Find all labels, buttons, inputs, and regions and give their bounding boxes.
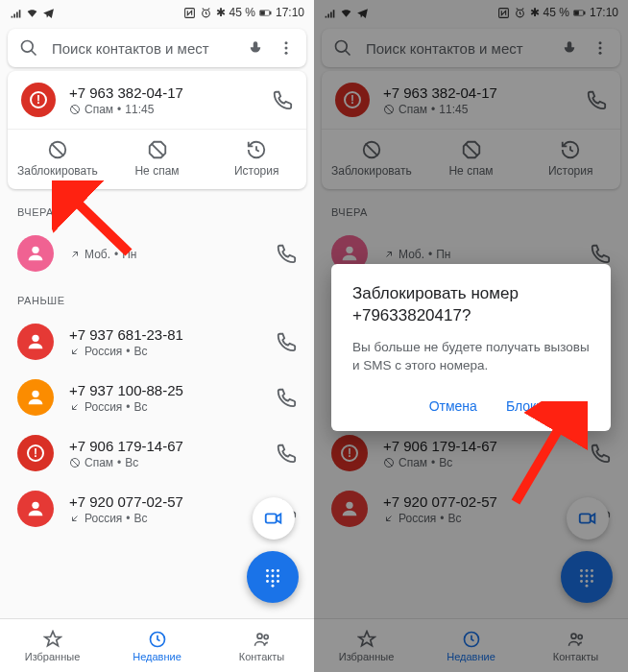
dialog-title: Заблокировать номер +79633820417?: [352, 283, 590, 327]
call-button-icon[interactable]: [276, 243, 297, 264]
cancel-button[interactable]: Отмена: [425, 393, 481, 420]
contact-avatar: [17, 379, 54, 416]
clock-icon: [148, 630, 167, 649]
section-yesterday: ВЧЕРА: [0, 193, 314, 226]
contact-avatar: [17, 491, 54, 527]
section-earlier: РАНЬШЕ: [0, 281, 314, 314]
right-screenshot: ✱ 45 % 17:10 Поиск контактов и мест ! +7…: [314, 0, 628, 672]
notspam-action[interactable]: Не спам: [108, 130, 207, 189]
call-number: +7 937 681-23-81: [69, 326, 260, 343]
block-button[interactable]: Блокировать: [502, 393, 590, 420]
search-icon: [19, 38, 38, 58]
svg-point-12: [32, 335, 38, 342]
star-icon: [43, 630, 62, 649]
status-bar: ✱ 45 % 17:10: [0, 0, 314, 25]
block-action[interactable]: Заблокировать: [8, 130, 108, 189]
nav-recent[interactable]: Недавние: [105, 619, 209, 672]
contact-avatar: [17, 235, 54, 272]
battery-pct: 45 %: [229, 6, 255, 19]
block-confirm-dialog: Заблокировать номер +79633820417? Вы бол…: [331, 264, 611, 431]
person-icon: [25, 243, 46, 264]
svg-point-19: [277, 569, 279, 572]
signal-icon: [10, 7, 22, 19]
list-item[interactable]: Моб.•Пн: [0, 226, 314, 281]
call-number: +7 906 179-14-67: [69, 438, 260, 454]
call-button-icon[interactable]: [276, 387, 297, 408]
call-button-icon[interactable]: [276, 443, 297, 464]
incoming-icon: [69, 513, 81, 524]
spam-avatar: !: [17, 435, 54, 471]
contact-avatar: [17, 324, 54, 360]
incoming-icon: [69, 346, 81, 357]
svg-rect-4: [260, 11, 264, 14]
video-icon: [263, 508, 284, 529]
status-time: 17:10: [276, 6, 304, 19]
dialog-body: Вы больше не будете получать вызовы и SM…: [352, 339, 590, 375]
person-icon: [25, 331, 46, 352]
alarm-icon: [200, 7, 212, 19]
history-icon: [246, 139, 267, 160]
svg-rect-3: [270, 12, 271, 14]
nav-favorites[interactable]: Избранные: [0, 619, 105, 672]
block-small-icon: [69, 104, 81, 115]
bottom-nav: Избранные Недавние Контакты: [0, 618, 314, 672]
svg-point-25: [277, 580, 279, 583]
more-icon[interactable]: [278, 39, 295, 57]
svg-point-11: [32, 247, 38, 253]
dialpad-fab[interactable]: [247, 551, 299, 603]
svg-rect-16: [266, 514, 277, 522]
svg-point-20: [266, 575, 269, 578]
call-button-icon[interactable]: [272, 89, 293, 110]
svg-point-28: [257, 634, 262, 638]
call-number: +7 920 077-02-57: [69, 493, 260, 510]
call-header[interactable]: ! +7 963 382-04-17 Спам•11:45: [8, 71, 306, 129]
svg-point-6: [285, 41, 288, 44]
video-fab[interactable]: [253, 497, 295, 540]
svg-point-17: [266, 569, 269, 572]
list-item[interactable]: ! +7 906 179-14-67 Спам•Вс: [0, 425, 314, 481]
list-item[interactable]: +7 937 681-23-81 Россия•Вс: [0, 314, 314, 370]
notspam-icon: [147, 139, 168, 160]
telegram-icon: [42, 7, 55, 19]
svg-point-7: [285, 47, 288, 50]
search-bar[interactable]: Поиск контактов и мест: [8, 29, 306, 67]
spam-avatar: !: [21, 83, 56, 117]
person-icon: [25, 387, 46, 408]
svg-point-15: [32, 502, 38, 509]
call-number: +7 963 382-04-17: [69, 84, 258, 101]
svg-point-5: [22, 41, 34, 53]
svg-point-8: [285, 52, 288, 55]
svg-point-24: [272, 580, 275, 583]
svg-point-22: [277, 575, 279, 578]
block-small-icon: [69, 457, 81, 468]
svg-point-21: [272, 575, 275, 578]
outgoing-icon: [69, 249, 81, 260]
history-action[interactable]: История: [206, 130, 306, 189]
call-number: +7 937 100-88-25: [69, 382, 260, 398]
expanded-call-card: ! +7 963 382-04-17 Спам•11:45 Заблокиров…: [8, 71, 306, 189]
person-icon: [25, 498, 46, 519]
battery-icon: [259, 7, 272, 19]
nav-contacts[interactable]: Контакты: [209, 619, 314, 672]
list-item[interactable]: +7 937 100-88-25 Россия•Вс: [0, 370, 314, 425]
nfc-icon: [183, 7, 196, 19]
incoming-icon: [69, 401, 81, 413]
svg-point-18: [272, 569, 275, 572]
call-button-icon[interactable]: [276, 331, 297, 352]
svg-point-13: [32, 391, 38, 397]
dialpad-icon: [262, 566, 283, 588]
svg-point-23: [266, 580, 269, 583]
svg-point-29: [264, 635, 268, 638]
svg-point-26: [272, 585, 275, 588]
wifi-icon: [26, 7, 38, 19]
left-screenshot: ✱ 45 % 17:10 Поиск контактов и мест ! +7…: [0, 0, 314, 672]
mic-icon[interactable]: [247, 39, 264, 57]
people-icon: [253, 630, 272, 649]
search-placeholder: Поиск контактов и мест: [52, 40, 233, 57]
block-icon: [47, 139, 68, 160]
